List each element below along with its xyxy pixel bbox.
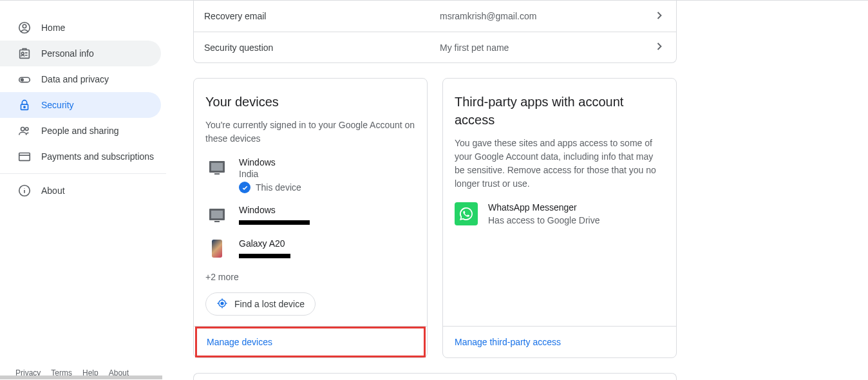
sidebar-item-security[interactable]: Security [0,92,161,118]
device-name: Windows [239,205,415,215]
chevron-right-icon [653,9,666,24]
security-question-row[interactable]: Security question My first pet name [194,32,676,62]
whatsapp-icon [455,202,478,225]
card-action: Manage devices [194,326,427,357]
svg-point-1 [23,24,26,28]
svg-point-19 [221,302,223,305]
svg-point-8 [21,128,25,131]
app-name: WhatsApp Messenger [488,202,600,213]
card-title: Your devices [205,93,415,111]
sidebar-item-label: Security [41,100,74,110]
next-card-top [193,373,677,380]
row-label: Recovery email [204,11,440,21]
location-target-icon [216,298,228,311]
card-desc: You're currently signed in to your Googl… [205,119,415,146]
scrollbar[interactable] [0,375,162,379]
chip-label: Find a lost device [234,299,305,309]
svg-rect-10 [19,153,30,161]
svg-point-7 [24,106,25,108]
sidebar-item-people-sharing[interactable]: People and sharing [0,118,161,144]
svg-point-9 [25,128,28,131]
card-title: Third-party apps with account access [455,93,665,129]
device-name: Galaxy A20 [239,238,415,249]
svg-point-5 [21,79,24,81]
svg-rect-17 [214,221,220,222]
divider [0,173,166,174]
svg-rect-14 [214,173,220,175]
row-value: My first pet name [440,43,653,53]
row-label: Security question [204,43,440,53]
sidebar-item-label: Data and privacy [41,74,109,84]
people-icon [17,123,32,138]
manage-third-party-link[interactable]: Manage third-party access [455,337,561,347]
card-action: Manage third-party access [443,326,676,357]
your-devices-card: Your devices You're currently signed in … [193,78,428,358]
sidebar-item-payments[interactable]: Payments and subscriptions [0,144,161,169]
highlight-box: Manage devices [195,327,426,357]
recovery-email-row[interactable]: Recovery email msramkrish@gmail.com [194,1,676,32]
manage-devices-link[interactable]: Manage devices [207,337,272,347]
more-devices-link[interactable]: +2 more [205,272,415,282]
sidebar-item-personal-info[interactable]: Personal info [0,41,161,66]
third-party-apps-card: Third-party apps with account access You… [442,78,677,358]
sidebar-item-label: People and sharing [41,126,119,136]
card-icon [17,149,32,164]
lock-icon [17,97,32,113]
device-location: India [239,169,415,179]
this-device-label: This device [256,182,301,193]
svg-point-3 [21,52,24,55]
device-item[interactable]: Windows India This device [205,157,415,193]
person-circle-icon [17,20,32,35]
sidebar: Home Personal info Data and privacy Secu… [0,1,166,380]
sidebar-item-home[interactable]: Home [0,15,161,41]
device-location-redacted [239,254,290,258]
desktop-icon [208,158,226,176]
sidebar-item-label: About [41,185,65,196]
sidebar-item-about[interactable]: About [0,178,161,204]
main-content: Recovery email msramkrish@gmail.com Secu… [166,1,868,380]
check-badge-icon [239,182,250,193]
sidebar-item-label: Personal info [41,48,94,59]
device-item[interactable]: Windows [205,205,415,227]
desktop-icon [208,206,226,224]
chevron-right-icon [653,40,666,55]
sidebar-item-data-privacy[interactable]: Data and privacy [0,66,161,92]
card-desc: You gave these sites and apps access to … [455,137,665,191]
svg-rect-13 [211,163,223,171]
app-access-desc: Has access to Google Drive [488,215,600,225]
device-location-redacted [239,220,310,225]
sidebar-item-label: Home [41,23,65,33]
toggle-icon [17,71,32,87]
device-name: Windows [239,157,415,167]
row-value: msramkrish@gmail.com [440,11,653,21]
find-lost-device-chip[interactable]: Find a lost device [205,292,316,316]
phone-icon [208,240,226,258]
sidebar-item-label: Payments and subscriptions [41,151,154,162]
device-item[interactable]: Galaxy A20 [205,238,415,260]
id-card-icon [17,46,32,61]
svg-rect-16 [211,211,223,218]
app-item[interactable]: WhatsApp Messenger Has access to Google … [455,202,665,225]
account-rows-card: Recovery email msramkrish@gmail.com Secu… [193,1,677,63]
info-icon [17,183,32,198]
